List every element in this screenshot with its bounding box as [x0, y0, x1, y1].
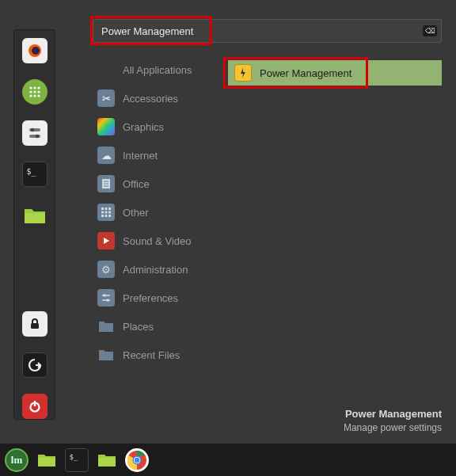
search-field-wrap: ⌫ — [93, 19, 442, 43]
category-label: Other — [123, 207, 149, 219]
terminal-icon: $_ — [70, 453, 78, 461]
folder-icon — [97, 318, 115, 335]
cloud-icon: ☁ — [97, 147, 115, 164]
category-places[interactable]: Places — [93, 312, 223, 341]
tooltip-title: Power Management — [344, 407, 442, 421]
favorite-firefox[interactable] — [22, 38, 48, 63]
svg-point-5 — [29, 90, 32, 93]
category-administration[interactable]: ⚙ Administration — [93, 255, 223, 284]
tooltip-description: Manage power settings — [344, 421, 442, 434]
favorite-shutdown[interactable] — [22, 394, 48, 419]
firefox-icon — [27, 43, 43, 59]
chrome-icon — [127, 450, 147, 470]
svg-point-8 — [29, 94, 32, 97]
mint-logo-icon: lm — [11, 454, 22, 466]
rainbow-icon — [97, 118, 115, 135]
favorite-terminal[interactable]: $_ — [22, 162, 48, 187]
svg-point-7 — [37, 90, 40, 93]
favorite-settings[interactable] — [22, 120, 48, 146]
category-preferences[interactable]: Preferences — [93, 284, 223, 312]
category-other[interactable]: Other — [93, 198, 223, 227]
category-label: All Applications — [123, 64, 192, 76]
favorite-chat[interactable] — [22, 79, 48, 105]
favorite-files[interactable] — [22, 203, 48, 228]
svg-rect-31 — [108, 215, 111, 217]
favorite-lock[interactable] — [22, 311, 48, 337]
svg-point-9 — [33, 94, 36, 97]
category-label: Administration — [123, 264, 188, 276]
toggles-icon — [28, 126, 42, 140]
category-accessories[interactable]: ✂ Accessories — [93, 84, 223, 112]
category-label: Office — [123, 178, 150, 190]
logout-icon — [28, 358, 42, 372]
category-graphics[interactable]: Graphics — [93, 112, 223, 141]
folder-icon — [24, 206, 46, 225]
category-label: Recent Files — [123, 349, 180, 361]
gear-icon: ⚙ — [97, 261, 115, 278]
svg-rect-15 — [25, 213, 45, 223]
sliders-icon — [97, 289, 115, 307]
category-label: Internet — [123, 150, 158, 162]
category-label: Places — [123, 321, 154, 333]
taskbar-files[interactable] — [35, 448, 59, 472]
terminal-icon: $_ — [26, 167, 36, 176]
taskbar: lm $_ — [0, 444, 456, 476]
svg-point-41 — [135, 457, 139, 462]
svg-point-4 — [37, 86, 40, 89]
category-office[interactable]: Office — [93, 169, 223, 198]
application-menu: $_ ⌫ All Applications ✂ Accessories — [0, 0, 456, 444]
svg-point-14 — [35, 135, 39, 139]
category-label: Sound & Video — [123, 235, 192, 247]
folder-icon — [37, 452, 56, 468]
grid-icon — [97, 204, 115, 221]
result-label: Power Management — [260, 67, 352, 79]
category-recent-files[interactable]: Recent Files — [93, 341, 223, 369]
power-icon — [28, 399, 42, 413]
category-sound-video[interactable]: Sound & Video — [93, 227, 223, 255]
svg-rect-28 — [108, 211, 111, 214]
keypad-icon — [28, 86, 41, 98]
taskbar-files-open[interactable] — [95, 448, 119, 472]
category-label: Graphics — [123, 121, 164, 133]
svg-rect-25 — [108, 208, 111, 210]
svg-point-1 — [32, 47, 40, 55]
search-input[interactable] — [93, 19, 442, 43]
svg-rect-36 — [38, 458, 55, 466]
category-list: All Applications ✂ Accessories Graphics … — [93, 55, 223, 369]
svg-rect-29 — [101, 215, 104, 217]
item-tooltip: Power Management Manage power settings — [344, 407, 442, 434]
category-label: Preferences — [123, 292, 178, 304]
backspace-icon: ⌫ — [425, 27, 435, 35]
svg-point-10 — [37, 94, 40, 97]
folder-icon — [97, 346, 115, 364]
folder-icon — [97, 452, 116, 468]
sheet-icon — [97, 175, 115, 192]
play-icon — [97, 232, 115, 249]
svg-rect-37 — [98, 458, 116, 466]
taskbar-chrome[interactable] — [125, 448, 149, 472]
svg-point-12 — [30, 128, 34, 132]
svg-point-34 — [103, 294, 106, 297]
svg-rect-23 — [101, 208, 104, 210]
category-label: Accessories — [123, 93, 178, 105]
result-power-management[interactable]: Power Management — [228, 60, 442, 86]
scissors-icon: ✂ — [97, 89, 115, 107]
menu-button[interactable]: lm — [5, 448, 28, 472]
category-internet[interactable]: ☁ Internet — [93, 141, 223, 169]
svg-rect-30 — [105, 215, 108, 217]
power-management-icon — [234, 64, 252, 82]
lock-icon — [28, 318, 41, 330]
svg-rect-16 — [31, 323, 39, 329]
category-all-applications[interactable]: All Applications — [93, 55, 223, 84]
svg-rect-27 — [105, 211, 108, 214]
svg-point-3 — [33, 86, 36, 89]
svg-point-6 — [33, 90, 36, 93]
svg-point-2 — [29, 86, 32, 89]
blank-icon — [97, 61, 115, 78]
clear-search-button[interactable]: ⌫ — [423, 25, 437, 36]
svg-rect-24 — [105, 208, 108, 210]
taskbar-terminal[interactable]: $_ — [65, 448, 89, 472]
svg-rect-26 — [101, 211, 104, 214]
favorite-logout[interactable] — [22, 352, 48, 378]
results-panel: Power Management — [228, 60, 442, 86]
